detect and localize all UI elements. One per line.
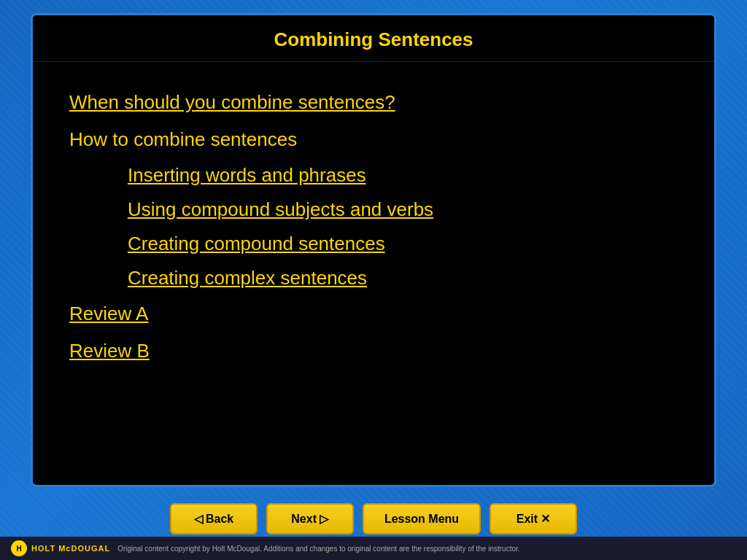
footer-brand: HOLT McDOUGAL: [31, 544, 110, 553]
menu-item-compound-subjects[interactable]: Using compound subjects and verbs: [128, 192, 678, 227]
next-button[interactable]: Next ▷: [266, 503, 354, 534]
menu-item-review-b[interactable]: Review B: [69, 332, 678, 370]
main-container: Combining Sentences When should you comb…: [0, 0, 747, 560]
holt-logo-icon: H: [11, 540, 27, 556]
content-card: Combining Sentences When should you comb…: [31, 13, 716, 487]
title-bar: Combining Sentences: [33, 15, 714, 62]
menu-item-inserting-words[interactable]: Inserting words and phrases: [128, 158, 678, 192]
exit-button[interactable]: Exit ✕: [489, 503, 577, 534]
menu-item-review-a[interactable]: Review A: [69, 295, 678, 332]
menu-item-when-combine[interactable]: When should you combine sentences?: [69, 84, 678, 121]
nav-bar: ◁ Back Next ▷ Lesson Menu Exit ✕: [0, 503, 747, 534]
footer-logo: H HOLT McDOUGAL: [11, 540, 110, 556]
content-area: When should you combine sentences? How t…: [33, 62, 714, 384]
menu-item-compound-sentences[interactable]: Creating compound sentences: [128, 227, 678, 261]
back-button[interactable]: ◁ Back: [170, 503, 258, 534]
page-title: Combining Sentences: [274, 28, 473, 50]
menu-item-how-combine: How to combine sentences: [69, 121, 678, 158]
footer-bar: H HOLT McDOUGAL Original content copyrig…: [0, 537, 747, 560]
footer-copyright: Original content copyright by Holt McDou…: [117, 545, 736, 553]
menu-item-complex-sentences[interactable]: Creating complex sentences: [128, 261, 678, 295]
lesson-menu-button[interactable]: Lesson Menu: [363, 503, 481, 534]
